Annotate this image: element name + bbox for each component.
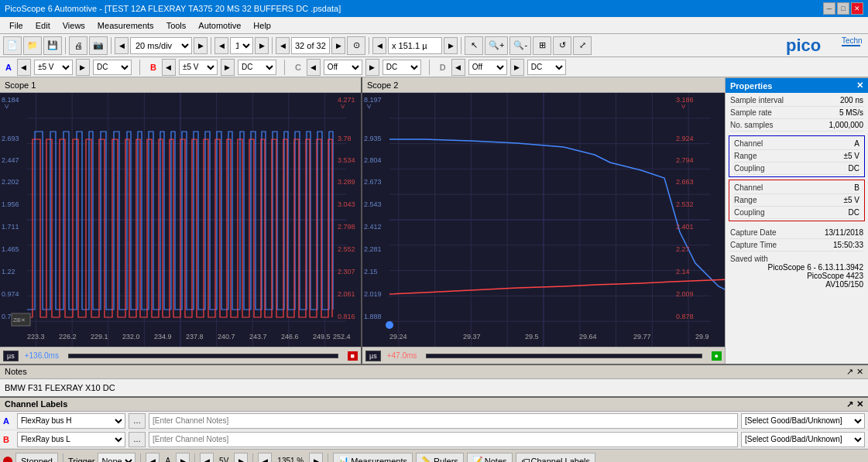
svg-text:V: V — [681, 103, 686, 110]
buffer-next[interactable]: ▶ — [331, 37, 345, 54]
zoom-extra[interactable]: ⤢ — [573, 36, 592, 55]
status-ch-prev[interactable]: ◀ — [146, 453, 160, 463]
screenshot-button[interactable]: 📷 — [89, 36, 108, 55]
timebase-prev[interactable]: ◀ — [115, 37, 129, 54]
ch-sep3 — [429, 60, 430, 75]
capture-prev[interactable]: ◀ — [214, 37, 228, 54]
buffer-overview[interactable]: ⊙ — [347, 36, 365, 55]
ch-b-prev[interactable]: ◀ — [162, 59, 176, 76]
ch-b-status-select[interactable]: [Select Good/Bad/Unknown] — [741, 432, 865, 447]
zoom-in[interactable]: 🔍+ — [485, 36, 508, 55]
close-button[interactable]: ✕ — [851, 2, 863, 15]
ch-labels-float[interactable]: ↗ — [846, 399, 853, 409]
ch-a-notes-input[interactable] — [149, 413, 738, 429]
svg-text:V: V — [341, 103, 345, 110]
buffer-prev[interactable]: ◀ — [276, 37, 290, 54]
scope1-indicator: ■ — [348, 351, 358, 361]
ch-labels-close[interactable]: ✕ — [856, 399, 863, 409]
ch-b-next[interactable]: ▶ — [221, 59, 235, 76]
ch-c-prev[interactable]: ◀ — [307, 59, 321, 76]
open-button[interactable]: 📁 — [23, 36, 42, 55]
maximize-button[interactable]: □ — [837, 2, 849, 15]
ch-d-prev[interactable]: ◀ — [451, 59, 465, 76]
svg-text:0.816: 0.816 — [338, 313, 355, 320]
channel-labels-button[interactable]: 🏷 Channel Labels — [516, 453, 595, 463]
scope1-title: Scope 1 — [5, 80, 36, 90]
print-button[interactable]: 🖨 — [69, 36, 87, 55]
ch-c-coupling[interactable]: DC — [383, 60, 421, 75]
ch-a-range[interactable]: ±5 V — [34, 60, 73, 75]
ch-b-bus-select[interactable]: FlexRay bus L — [17, 432, 125, 447]
menu-tools[interactable]: Tools — [160, 19, 193, 32]
status-trig-prev[interactable]: ◀ — [200, 453, 214, 463]
menu-views[interactable]: Views — [57, 19, 91, 32]
ch-b-coupling[interactable]: DC — [238, 60, 276, 75]
ch-a-bus-select[interactable]: FlexRay bus H — [17, 413, 125, 429]
x-prev[interactable]: ◀ — [372, 37, 386, 54]
notes-close[interactable]: ✕ — [856, 367, 863, 377]
zoom-reset[interactable]: ↺ — [553, 36, 571, 55]
ch-b-letter: B — [3, 435, 14, 444]
status-zoom-next[interactable]: ▶ — [309, 453, 323, 463]
rulers-button[interactable]: 📏 Rulers — [416, 453, 464, 463]
scope1-panel: Scope 1 — [0, 77, 362, 364]
menu-file[interactable]: File — [3, 19, 29, 32]
ch-a-next[interactable]: ▶ — [76, 59, 90, 76]
timebase-select[interactable]: 20 ms/div — [130, 37, 192, 54]
ch-a-status-select[interactable]: [Select Good/Bad/Unknown] — [741, 413, 865, 429]
menu-measurements[interactable]: Measurements — [91, 19, 160, 32]
properties-title: Properties — [730, 81, 772, 91]
trigger-select[interactable]: None — [98, 453, 136, 463]
status-ch-next[interactable]: ▶ — [176, 453, 190, 463]
notes-area: Notes ↗ ✕ BMW F31 FLEXRAY X10 DC — [0, 364, 868, 396]
sep6 — [461, 37, 461, 54]
ch-c-status[interactable]: Off — [324, 60, 362, 75]
ch-d-status[interactable]: Off — [468, 60, 507, 75]
notes-icon: 📝 — [472, 456, 483, 462]
new-button[interactable]: 📄 — [3, 36, 22, 55]
x-next[interactable]: ▶ — [444, 37, 458, 54]
svg-text:1.888: 1.888 — [364, 313, 382, 320]
ch-d-coupling[interactable]: DC — [527, 60, 566, 75]
svg-text:2.794: 2.794 — [676, 156, 694, 164]
minimize-button[interactable]: ─ — [823, 2, 835, 15]
ch-b-range[interactable]: ±5 V — [179, 60, 218, 75]
ch-a-bus-btn[interactable]: … — [129, 413, 146, 429]
ch-c-next[interactable]: ▶ — [365, 59, 379, 76]
svg-text:232.0: 232.0 — [122, 333, 140, 341]
prop-no-samples: No. samples 1,000,000 — [730, 119, 863, 132]
menu-help[interactable]: Help — [247, 19, 277, 32]
menu-edit[interactable]: Edit — [29, 19, 57, 32]
svg-text:Z⊞✕: Z⊞✕ — [13, 317, 26, 323]
buffer-display: 32 of 32 — [291, 37, 330, 54]
scope2-scrollbar[interactable] — [426, 354, 702, 358]
timebase-next[interactable]: ▶ — [194, 37, 208, 54]
status-bar: Stopped Trigger None ◀ A ▶ ◀ 5V ▶ ◀ 1351… — [0, 449, 868, 462]
zoom-fit[interactable]: ⊞ — [533, 36, 551, 55]
main-area: Scope 1 — [0, 77, 868, 364]
ch-a-coupling[interactable]: DC — [93, 60, 132, 75]
ch-d-next[interactable]: ▶ — [510, 59, 524, 76]
ch-b-notes-input[interactable] — [149, 432, 738, 447]
menu-bar: File Edit Views Measurements Tools Autom… — [0, 17, 868, 34]
properties-close[interactable]: ✕ — [856, 80, 863, 91]
save-button[interactable]: 💾 — [43, 36, 62, 55]
capture-next[interactable]: ▶ — [255, 37, 269, 54]
ch-sep1 — [139, 60, 140, 75]
stopped-button[interactable]: Stopped — [15, 453, 58, 463]
measurements-button[interactable]: 📊 Measurements — [333, 453, 413, 463]
menu-automotive[interactable]: Automotive — [192, 19, 247, 32]
notes-button[interactable]: 📝 Notes — [467, 453, 513, 463]
svg-text:2.804: 2.804 — [364, 156, 382, 164]
cursor-select[interactable]: ↖ — [465, 36, 483, 55]
svg-point-114 — [386, 321, 393, 329]
notes-float[interactable]: ↗ — [846, 367, 853, 377]
ch-a-prev[interactable]: ◀ — [17, 59, 31, 76]
status-trig-next[interactable]: ▶ — [234, 453, 248, 463]
scope1-scrollbar[interactable] — [68, 354, 338, 358]
scope2-grid: 8.197 V 2.935 2.804 2.673 2.543 2.412 2.… — [362, 93, 725, 347]
ch-b-bus-btn[interactable]: … — [129, 432, 146, 447]
zoom-out[interactable]: 🔍- — [509, 36, 531, 55]
capture-select[interactable]: 1 MS — [230, 37, 253, 54]
status-zoom-prev[interactable]: ◀ — [258, 453, 272, 463]
